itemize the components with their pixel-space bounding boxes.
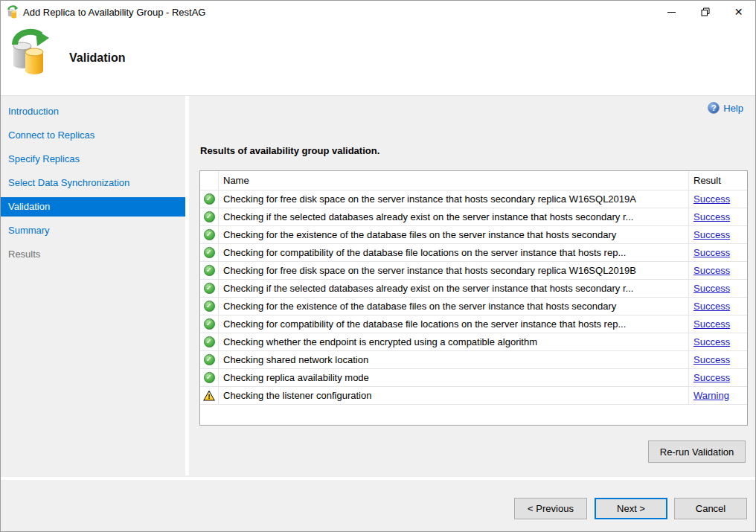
minimize-icon bbox=[667, 12, 676, 13]
result-link[interactable]: Success bbox=[693, 336, 730, 347]
database-replica-icon bbox=[7, 28, 49, 76]
footer: < Previous Next > Cancel bbox=[1, 480, 755, 531]
check-name: Checking replica availability mode bbox=[219, 369, 689, 386]
table-row[interactable]: Checking for compatibility of the databa… bbox=[200, 315, 747, 333]
status-icon bbox=[204, 211, 215, 222]
table-row[interactable]: Checking for the existence of the databa… bbox=[200, 226, 747, 244]
help-label: Help bbox=[723, 103, 743, 114]
status-icon bbox=[204, 229, 215, 240]
column-header-result[interactable]: Result bbox=[689, 171, 747, 190]
restore-icon bbox=[701, 7, 710, 16]
window-title: Add Replica to Availability Group - Rest… bbox=[23, 7, 205, 18]
status-icon bbox=[204, 193, 215, 205]
help-link[interactable]: ? Help bbox=[708, 102, 743, 114]
table-row[interactable]: Checking for the existence of the databa… bbox=[200, 298, 747, 315]
result-link[interactable]: Success bbox=[693, 193, 730, 205]
status-icon bbox=[204, 247, 215, 258]
check-name: Checking if the selected databases alrea… bbox=[219, 208, 689, 225]
table-row[interactable]: Checking if the selected databases alrea… bbox=[200, 208, 747, 226]
table-row[interactable]: Checking the listener configuration Warn… bbox=[200, 387, 747, 405]
page-title: Validation bbox=[69, 51, 126, 65]
table-row[interactable]: Checking for free disk space on the serv… bbox=[200, 190, 747, 208]
check-name: Checking if the selected databases alrea… bbox=[219, 280, 689, 297]
result-link[interactable]: Warning bbox=[693, 390, 729, 401]
status-icon bbox=[204, 265, 215, 276]
result-link[interactable]: Success bbox=[693, 372, 730, 383]
check-name: Checking for compatibility of the databa… bbox=[219, 315, 689, 333]
sidebar-item-specify-replicas[interactable]: Specify Replicas bbox=[1, 150, 185, 169]
status-icon bbox=[203, 391, 215, 401]
column-header-icon bbox=[200, 171, 219, 190]
check-name: Checking for the existence of the databa… bbox=[219, 226, 689, 243]
table-row[interactable]: Checking shared network location Success bbox=[200, 351, 747, 369]
sidebar-item-results: Results bbox=[1, 245, 185, 264]
check-name: Checking for compatibility of the databa… bbox=[219, 244, 689, 261]
table-header-row: Name Result bbox=[200, 171, 747, 190]
restore-button[interactable] bbox=[688, 1, 722, 23]
next-button[interactable]: Next > bbox=[595, 498, 667, 519]
sidebar: Introduction Connect to Replicas Specify… bbox=[1, 96, 185, 475]
status-icon bbox=[204, 372, 215, 383]
cancel-button[interactable]: Cancel bbox=[674, 498, 747, 519]
table-row[interactable]: Checking whether the endpoint is encrypt… bbox=[200, 333, 747, 351]
status-icon bbox=[204, 318, 215, 330]
title-bar: Add Replica to Availability Group - Rest… bbox=[1, 1, 755, 23]
status-icon bbox=[204, 336, 215, 347]
window-controls: ✕ bbox=[655, 1, 755, 23]
previous-button[interactable]: < Previous bbox=[514, 498, 587, 519]
app-database-replica-icon bbox=[6, 5, 19, 19]
results-table: Name Result Checking for free disk space… bbox=[199, 170, 748, 426]
result-link[interactable]: Success bbox=[693, 265, 730, 276]
status-icon bbox=[204, 301, 215, 312]
result-link[interactable]: Success bbox=[693, 229, 730, 240]
result-link[interactable]: Success bbox=[693, 354, 730, 365]
status-icon bbox=[204, 354, 215, 365]
table-row[interactable]: Checking if the selected databases alrea… bbox=[200, 280, 747, 298]
result-link[interactable]: Success bbox=[693, 301, 730, 312]
wizard-window: Add Replica to Availability Group - Rest… bbox=[0, 0, 756, 532]
check-name: Checking for free disk space on the serv… bbox=[219, 190, 689, 208]
column-header-name[interactable]: Name bbox=[219, 171, 689, 190]
status-icon bbox=[204, 283, 215, 294]
table-row[interactable]: Checking for free disk space on the serv… bbox=[200, 262, 747, 280]
check-name: Checking the listener configuration bbox=[219, 387, 689, 404]
close-button[interactable]: ✕ bbox=[722, 1, 755, 23]
help-icon: ? bbox=[708, 102, 720, 114]
rerun-validation-button[interactable]: Re-run Validation bbox=[648, 440, 746, 463]
result-link[interactable]: Success bbox=[693, 318, 730, 330]
close-icon: ✕ bbox=[734, 7, 743, 17]
sidebar-item-introduction[interactable]: Introduction bbox=[1, 102, 185, 121]
result-link[interactable]: Success bbox=[693, 211, 730, 222]
sidebar-item-summary[interactable]: Summary bbox=[1, 221, 185, 240]
result-link[interactable]: Success bbox=[693, 247, 730, 258]
check-name: Checking for the existence of the databa… bbox=[219, 298, 689, 315]
check-name: Checking for free disk space on the serv… bbox=[219, 262, 689, 279]
minimize-button[interactable] bbox=[655, 1, 688, 23]
result-link[interactable]: Success bbox=[693, 283, 730, 294]
table-empty-area bbox=[200, 405, 747, 425]
check-name: Checking whether the endpoint is encrypt… bbox=[219, 333, 689, 350]
table-row[interactable]: Checking for compatibility of the databa… bbox=[200, 244, 747, 262]
sidebar-item-validation[interactable]: Validation bbox=[1, 197, 185, 217]
wizard-header: Validation bbox=[1, 23, 755, 96]
main-content: ? Help Results of availability group val… bbox=[189, 96, 755, 475]
validation-heading: Results of availability group validation… bbox=[200, 145, 379, 156]
sidebar-item-select-data-synchronization[interactable]: Select Data Synchronization bbox=[1, 173, 185, 193]
sidebar-item-connect-to-replicas[interactable]: Connect to Replicas bbox=[1, 126, 185, 145]
check-name: Checking shared network location bbox=[219, 351, 689, 368]
table-row[interactable]: Checking replica availability mode Succe… bbox=[200, 369, 747, 387]
